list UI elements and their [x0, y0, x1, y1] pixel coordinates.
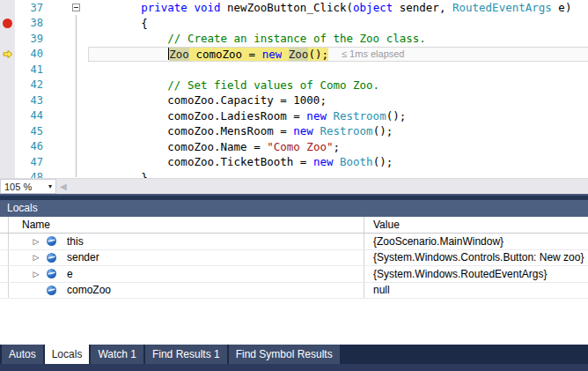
variable-icon: [47, 286, 56, 295]
code-text[interactable]: [88, 62, 588, 78]
code-line[interactable]: 41: [0, 62, 588, 78]
tab-autos[interactable]: Autos: [2, 345, 43, 364]
code-line[interactable]: 37 private void newZooButton_Click(objec…: [0, 0, 588, 16]
locals-value-cell[interactable]: {System.Windows.Controls.Button: New zoo…: [364, 250, 588, 266]
locals-value-cell[interactable]: {ZooScenario.MainWindow}: [364, 234, 588, 249]
tab-find-results-1[interactable]: Find Results 1: [145, 345, 227, 364]
code-text[interactable]: }: [88, 170, 588, 179]
code-token: [282, 48, 289, 61]
code-token: // Set field values of Como Zoo.: [167, 78, 379, 92]
code-token: [313, 124, 320, 137]
breakpoint-gutter-cell[interactable]: [0, 93, 15, 108]
breakpoint-gutter-cell[interactable]: [0, 139, 15, 155]
line-number: 47: [15, 156, 50, 168]
tool-window-tabbar: AutosLocalsWatch 1Find Results 1Find Sym…: [0, 345, 588, 364]
code-line[interactable]: 38 {: [0, 16, 588, 32]
variable-icon: [47, 269, 56, 278]
fold-column: [50, 47, 88, 63]
zoom-level-dropdown[interactable]: 105 % ▾: [0, 179, 56, 194]
panel-separator[interactable]: [0, 194, 588, 200]
code-line[interactable]: 43 comoZoo.Capacity = 1000;: [0, 93, 588, 108]
fold-column: [50, 16, 88, 32]
code-token: [327, 109, 334, 122]
code-line[interactable]: 42 // Set field values of Como Zoo.: [0, 78, 588, 93]
tab-watch-1[interactable]: Watch 1: [91, 345, 143, 364]
fold-column: [50, 139, 88, 155]
code-token: ();: [386, 109, 407, 122]
code-text[interactable]: {: [88, 16, 588, 32]
fold-column: [50, 31, 88, 47]
code-line[interactable]: 40 Zoo comoZoo = new Zoo(); ≤ 1ms elapse…: [0, 47, 588, 63]
code-text[interactable]: comoZoo.Capacity = 1000;: [88, 93, 588, 108]
locals-row[interactable]: ▷e{System.Windows.RoutedEventArgs}: [0, 266, 588, 283]
row-gutter: [0, 217, 9, 233]
breakpoint-icon[interactable]: [3, 19, 12, 28]
locals-row[interactable]: ▷sender{System.Windows.Controls.Button: …: [0, 250, 588, 267]
locals-value-cell[interactable]: {System.Windows.RoutedEventArgs}: [364, 266, 588, 282]
code-editor[interactable]: 37 private void newZooButton_Click(objec…: [0, 0, 588, 178]
tab-locals[interactable]: Locals: [45, 345, 90, 364]
current-statement-arrow-icon: [3, 49, 13, 59]
status-strip: [0, 364, 588, 371]
breakpoint-gutter-cell[interactable]: [0, 154, 15, 170]
collapse-region-icon[interactable]: [72, 4, 80, 11]
breakpoint-gutter-cell[interactable]: [0, 0, 15, 16]
code-line[interactable]: 45 comoZoo.MensRoom = new Restroom();: [0, 123, 588, 139]
locals-value-cell[interactable]: null: [364, 283, 588, 299]
code-line[interactable]: 46 comoZoo.Name = "Como Zoo";: [0, 139, 588, 155]
column-header-value[interactable]: Value: [364, 217, 588, 233]
expand-arrow-icon[interactable]: ▷: [31, 270, 41, 278]
code-token: new: [313, 155, 334, 168]
variable-name: sender: [67, 251, 99, 263]
column-header-name[interactable]: Name: [9, 217, 364, 233]
line-number: 38: [15, 17, 50, 29]
code-token: RoutedEventArgs: [452, 1, 552, 14]
breakpoint-gutter-cell[interactable]: [0, 31, 15, 47]
locals-name-cell[interactable]: ▷comoZoo: [9, 283, 364, 299]
expand-arrow-icon[interactable]: ▷: [31, 237, 41, 246]
breakpoint-gutter-cell[interactable]: [0, 78, 15, 93]
locals-name-cell[interactable]: ▷e: [9, 266, 364, 282]
code-line[interactable]: 48 }: [0, 170, 588, 179]
scroll-left-arrow-icon[interactable]: ◀: [60, 179, 67, 195]
code-line[interactable]: 39 // Create an instance of the Zoo clas…: [0, 31, 588, 47]
locals-row[interactable]: ▷comoZoonull: [0, 283, 588, 300]
locals-name-cell[interactable]: ▷sender: [9, 250, 364, 266]
locals-name-cell[interactable]: ▷this: [9, 234, 364, 249]
breakpoint-gutter-cell[interactable]: [0, 170, 15, 179]
code-token: [89, 48, 168, 61]
code-text[interactable]: // Create an instance of the Zoo class.: [88, 31, 588, 47]
code-line[interactable]: 44 comoZoo.LadiesRoom = new Restroom();: [0, 108, 588, 124]
code-token: {: [88, 17, 148, 30]
line-number: 37: [15, 2, 50, 14]
code-token: comoZoo.Name =: [88, 140, 267, 153]
code-token: new: [306, 109, 327, 122]
expand-arrow-icon[interactable]: ▷: [31, 253, 41, 262]
code-token: [187, 1, 195, 14]
breakpoint-icon[interactable]: [0, 16, 15, 32]
code-token: Zoo: [169, 48, 189, 61]
code-text[interactable]: comoZoo.Name = "Como Zoo";: [88, 139, 588, 155]
line-number: 48: [15, 171, 50, 178]
code-line[interactable]: 47 comoZoo.TicketBooth = new Booth();: [0, 154, 588, 170]
line-number: 41: [15, 63, 50, 76]
code-token: ();: [373, 155, 393, 168]
code-token: comoZoo.MensRoom =: [88, 124, 293, 137]
horizontal-scrollbar[interactable]: ◀: [56, 179, 588, 194]
breakpoint-gutter-cell[interactable]: [0, 123, 15, 139]
tab-find-symbol-results[interactable]: Find Symbol Results: [229, 345, 340, 364]
variable-icon: [47, 253, 56, 263]
code-text[interactable]: comoZoo.MensRoom = new Restroom();: [88, 123, 588, 139]
current-statement-arrow-icon[interactable]: [0, 47, 15, 63]
code-text[interactable]: comoZoo.TicketBooth = new Booth();: [88, 154, 588, 170]
row-gutter: [0, 234, 9, 249]
breakpoint-gutter-cell[interactable]: [0, 62, 15, 78]
code-text[interactable]: private void newZooButton_Click(object s…: [88, 0, 588, 16]
code-text[interactable]: Zoo comoZoo = new Zoo(); ≤ 1ms elapsed: [88, 47, 588, 63]
code-text[interactable]: // Set field values of Como Zoo.: [88, 78, 588, 93]
code-token: }: [88, 171, 148, 178]
locals-row[interactable]: ▷this{ZooScenario.MainWindow}: [0, 234, 588, 250]
code-token: Booth: [340, 155, 373, 168]
breakpoint-gutter-cell[interactable]: [0, 108, 15, 124]
code-text[interactable]: comoZoo.LadiesRoom = new Restroom();: [88, 108, 588, 124]
